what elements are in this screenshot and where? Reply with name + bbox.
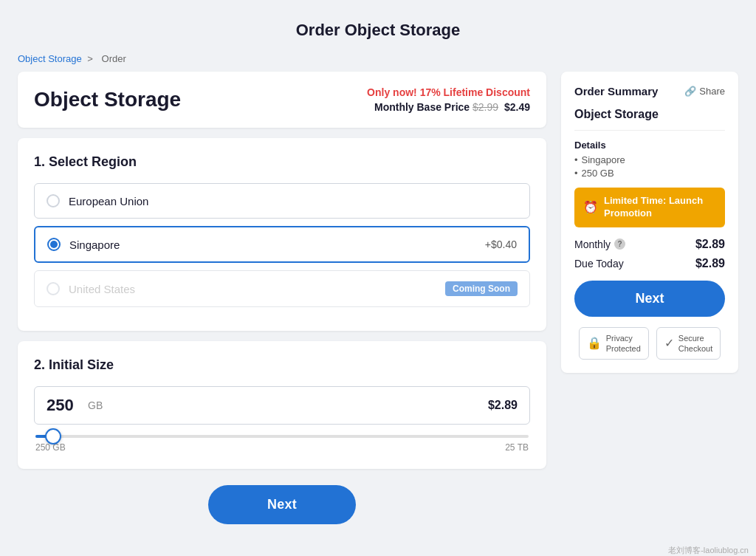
detail-size: 250 GB [574, 168, 725, 179]
region-option-eu[interactable]: European Union [34, 183, 530, 219]
watermark: 老刘博客-laoliublog.cn [0, 542, 756, 556]
due-today-price-line: Due Today $2.89 [574, 257, 725, 270]
price-row: Monthly Base Price $2.99 $2.49 [367, 101, 530, 113]
select-region-section: 1. Select Region European Union Singapor… [18, 138, 546, 331]
next-button-bottom[interactable]: Next [208, 485, 356, 524]
price-rows: Monthly ? $2.89 Due Today $2.89 [574, 238, 725, 270]
initial-size-title: 2. Initial Size [34, 357, 530, 373]
watermark-text: 老刘博客-laoliublog.cn [668, 546, 749, 555]
page-header: Order Object Storage [0, 0, 756, 53]
region-extra-sg: +$0.40 [485, 238, 517, 250]
discount-label: Only now! 17% Lifetime Discount [367, 86, 530, 98]
detail-singapore: Singapore [574, 154, 725, 165]
order-product-name: Object Storage [574, 108, 725, 131]
size-unit: GB [88, 399, 488, 411]
details-label: Details [574, 140, 725, 151]
slider-labels: 250 GB 25 TB [35, 442, 529, 453]
promo-icon: ⏰ [583, 200, 598, 214]
region-option-us: United States Coming Soon [34, 270, 530, 307]
page-title: Order Object Storage [0, 21, 756, 40]
radio-us [47, 282, 60, 295]
region-label-us: United States [69, 283, 445, 295]
due-today-label: Due Today [574, 258, 624, 270]
breadcrumb-separator: > [87, 53, 93, 64]
privacy-badge: 🔒 PrivacyProtected [579, 327, 649, 360]
lock-icon: 🔒 [587, 336, 602, 351]
trust-badges: 🔒 PrivacyProtected ✓ SecureCheckout [574, 327, 725, 360]
product-header: Object Storage Only now! 17% Lifetime Di… [18, 72, 546, 128]
radio-eu [47, 194, 60, 207]
product-name: Object Storage [34, 88, 181, 111]
promo-banner: ⏰ Limited Time: Launch Promotion [574, 188, 725, 227]
size-slider[interactable]: 250 GB 25 TB [34, 435, 530, 453]
right-panel: Order Summary 🔗 Share Object Storage Det… [561, 72, 738, 524]
secure-checkout-text: SecureCheckout [678, 333, 712, 354]
price-old: $2.99 [472, 101, 498, 113]
region-option-sg[interactable]: Singapore +$0.40 [34, 226, 530, 263]
pricing-block: Only now! 17% Lifetime Discount Monthly … [367, 86, 530, 113]
initial-size-section: 2. Initial Size 250 GB $2.89 250 GB 25 T… [18, 341, 546, 469]
monthly-price-line: Monthly ? $2.89 [574, 238, 725, 251]
size-value: 250 [47, 396, 83, 415]
monthly-price: $2.89 [695, 238, 725, 251]
shield-icon: ✓ [664, 336, 674, 351]
next-button-sidebar[interactable]: Next [574, 281, 725, 317]
next-button-bottom-container: Next [18, 485, 546, 524]
order-details-section: Details Singapore 250 GB [574, 140, 725, 179]
breadcrumb: Object Storage > Order [0, 53, 756, 72]
region-label-sg: Singapore [69, 238, 485, 251]
slider-max-label: 25 TB [505, 442, 529, 453]
base-price-label: Monthly Base Price [374, 101, 470, 113]
order-summary-title: Order Summary [574, 85, 658, 97]
order-summary-header: Order Summary 🔗 Share [574, 85, 725, 97]
help-icon[interactable]: ? [614, 238, 625, 250]
size-price: $2.89 [488, 399, 518, 412]
monthly-label: Monthly ? [574, 238, 625, 250]
breadcrumb-link[interactable]: Object Storage [18, 53, 82, 64]
breadcrumb-current: Order [102, 53, 126, 64]
promo-text: Limited Time: Launch Promotion [604, 195, 716, 220]
radio-sg [47, 238, 61, 251]
select-region-title: 1. Select Region [34, 154, 530, 170]
privacy-badge-text: PrivacyProtected [606, 333, 641, 354]
left-panel: Object Storage Only now! 17% Lifetime Di… [18, 72, 546, 524]
share-label: Share [699, 86, 725, 97]
size-input-row: 250 GB $2.89 [34, 386, 530, 425]
share-link[interactable]: 🔗 Share [684, 86, 725, 97]
secure-checkout-badge: ✓ SecureCheckout [656, 327, 721, 360]
price-new: $2.49 [504, 101, 530, 113]
coming-soon-badge: Coming Soon [445, 281, 518, 296]
region-label-eu: European Union [69, 195, 518, 207]
order-summary-card: Order Summary 🔗 Share Object Storage Det… [561, 72, 738, 373]
due-today-price: $2.89 [695, 257, 725, 270]
main-layout: Object Storage Only now! 17% Lifetime Di… [0, 72, 756, 542]
share-icon: 🔗 [684, 86, 696, 97]
slider-track [35, 435, 529, 438]
